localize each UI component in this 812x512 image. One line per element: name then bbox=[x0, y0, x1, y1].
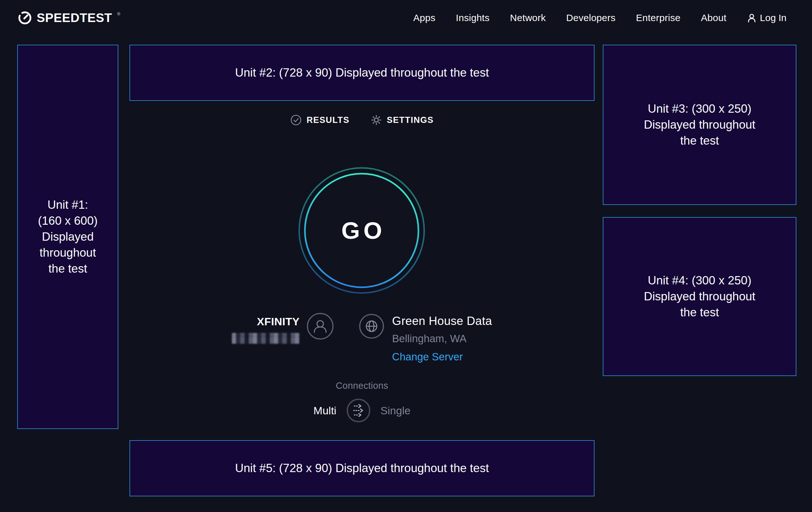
logo[interactable]: SPEEDTEST ® bbox=[18, 10, 120, 25]
ad-unit-5-leaderboard: Unit #5: (728 x 90) Displayed throughout… bbox=[129, 440, 594, 496]
connections-multi-option[interactable]: Multi bbox=[314, 404, 337, 417]
tab-settings-label: SETTINGS bbox=[387, 115, 434, 125]
nav-item-enterprise[interactable]: Enterprise bbox=[636, 12, 680, 23]
ad-line: the test bbox=[680, 304, 719, 321]
ad-line: Unit #4: (300 x 250) bbox=[648, 273, 751, 289]
ad-line: Displayed bbox=[42, 229, 93, 245]
navbar: SPEEDTEST ® Apps Insights Network Develo… bbox=[0, 0, 812, 36]
nav-item-network[interactable]: Network bbox=[510, 12, 546, 23]
ip-address-redacted bbox=[232, 333, 299, 344]
ad-unit-3-rectangle: Unit #3: (300 x 250) Displayed throughou… bbox=[603, 45, 796, 205]
login-button[interactable]: Log In bbox=[747, 12, 786, 23]
ad-line: Unit #1: bbox=[48, 197, 88, 213]
tab-results[interactable]: RESULTS bbox=[290, 114, 350, 126]
ad-line: Unit #3: (300 x 250) bbox=[648, 101, 751, 117]
connections-section: Connections Multi Single bbox=[129, 380, 594, 423]
connections-row: Multi Single bbox=[129, 398, 594, 423]
connections-single-option[interactable]: Single bbox=[380, 404, 411, 417]
ad-line: (160 x 600) bbox=[38, 213, 97, 229]
ad-line: throughout bbox=[39, 245, 96, 261]
ad-unit-4-rectangle: Unit #4: (300 x 250) Displayed throughou… bbox=[603, 217, 796, 376]
speedtest-gauge-icon bbox=[18, 10, 32, 25]
connections-label: Connections bbox=[129, 380, 594, 391]
isp-user-icon bbox=[307, 313, 334, 340]
connections-toggle[interactable] bbox=[346, 398, 371, 423]
go-button[interactable]: GO bbox=[298, 167, 426, 294]
isp-name: XFINITY bbox=[232, 315, 299, 328]
host-block: XFINITY bbox=[232, 311, 334, 363]
multi-connections-icon bbox=[346, 398, 371, 423]
test-meta: XFINITY Green House Data Bellingham, WA … bbox=[129, 311, 594, 363]
check-circle-icon bbox=[290, 114, 302, 126]
gear-icon bbox=[371, 114, 382, 126]
login-label: Log In bbox=[760, 12, 786, 23]
nav-item-insights[interactable]: Insights bbox=[456, 12, 490, 23]
nav-item-about[interactable]: About bbox=[701, 12, 727, 23]
ad-line: Unit #5: (728 x 90) Displayed throughout… bbox=[235, 460, 489, 476]
ad-line: the test bbox=[680, 133, 719, 149]
ad-unit-2-leaderboard: Unit #2: (728 x 90) Displayed throughout… bbox=[129, 45, 594, 101]
logo-trademark: ® bbox=[117, 11, 120, 16]
go-label: GO bbox=[298, 167, 426, 294]
main-nav: Apps Insights Network Developers Enterpr… bbox=[413, 12, 786, 23]
logo-text: SPEEDTEST bbox=[37, 11, 112, 25]
nav-item-apps[interactable]: Apps bbox=[413, 12, 436, 23]
server-name: Green House Data bbox=[392, 315, 492, 328]
tab-settings[interactable]: SETTINGS bbox=[371, 114, 434, 126]
host-info: XFINITY bbox=[232, 311, 299, 344]
ad-unit-1-skyscraper: Unit #1: (160 x 600) Displayed throughou… bbox=[17, 45, 118, 429]
change-server-link[interactable]: Change Server bbox=[392, 351, 492, 363]
globe-icon bbox=[359, 314, 384, 339]
nav-item-developers[interactable]: Developers bbox=[566, 12, 615, 23]
ad-line: Displayed throughout bbox=[644, 289, 756, 304]
speedtest-page: SPEEDTEST ® Apps Insights Network Develo… bbox=[0, 0, 812, 512]
server-location: Bellingham, WA bbox=[392, 332, 492, 345]
server-block: Green House Data Bellingham, WA Change S… bbox=[359, 311, 492, 363]
ad-line: Unit #2: (728 x 90) Displayed throughout… bbox=[235, 65, 489, 81]
ad-line: Displayed throughout bbox=[644, 117, 756, 133]
tab-results-label: RESULTS bbox=[307, 115, 350, 125]
tab-bar: RESULTS SETTINGS bbox=[129, 114, 594, 126]
server-info: Green House Data Bellingham, WA Change S… bbox=[392, 311, 492, 363]
user-icon bbox=[747, 13, 756, 23]
ad-line: the test bbox=[49, 261, 87, 277]
